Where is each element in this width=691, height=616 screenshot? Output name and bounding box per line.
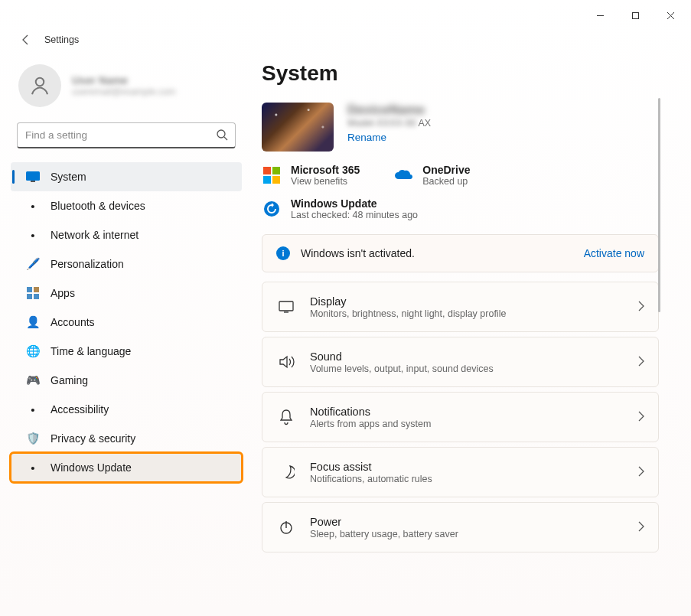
- sidebar-item-privacy[interactable]: 🛡️Privacy & security: [11, 424, 242, 453]
- privacy-icon: 🛡️: [26, 432, 40, 445]
- onedrive-icon: [393, 165, 413, 185]
- info-icon: i: [276, 246, 290, 260]
- minimize-button[interactable]: [582, 3, 618, 28]
- svg-rect-8: [31, 181, 35, 182]
- focus-icon: [276, 464, 296, 481]
- chevron-right-icon: [638, 301, 644, 314]
- gaming-icon: 🎮: [26, 373, 40, 387]
- display-icon: [276, 300, 296, 314]
- device-thumbnail: [262, 103, 334, 152]
- svg-point-4: [36, 78, 44, 86]
- card-title: Focus assist: [310, 461, 624, 473]
- system-icon: [26, 170, 40, 184]
- service-sub: Last checked: 48 minutes ago: [291, 210, 418, 220]
- service-title: OneDrive: [422, 164, 470, 176]
- card-title: Notifications: [310, 406, 624, 418]
- sidebar-item-personalization[interactable]: 🖊️Personalization: [11, 249, 242, 279]
- scrollbar[interactable]: [658, 98, 660, 312]
- maximize-button[interactable]: [618, 3, 653, 28]
- sidebar-item-label: Personalization: [51, 258, 124, 270]
- svg-rect-7: [26, 171, 40, 181]
- service-sub: View benefits: [291, 176, 360, 187]
- sidebar-item-label: Network & internet: [51, 229, 139, 241]
- card-title: Display: [310, 295, 624, 308]
- close-button[interactable]: [653, 3, 688, 28]
- activation-banner: i Windows isn't activated. Activate now: [262, 234, 659, 272]
- update-icon: [262, 199, 282, 219]
- sidebar-item-label: Gaming: [51, 374, 88, 386]
- service-windows-update[interactable]: Windows UpdateLast checked: 48 minutes a…: [262, 197, 659, 220]
- card-subtitle: Volume levels, output, input, sound devi…: [310, 363, 624, 374]
- card-subtitle: Alerts from apps and system: [310, 419, 624, 429]
- rename-link[interactable]: Rename: [347, 132, 386, 143]
- service-title: Windows Update: [291, 197, 418, 210]
- activate-now-link[interactable]: Activate now: [584, 247, 644, 259]
- service-sub: Backed up: [422, 176, 470, 187]
- sidebar-item-system[interactable]: System: [11, 162, 242, 191]
- accessibility-icon: •: [26, 403, 40, 416]
- card-title: Power: [310, 516, 624, 528]
- svg-rect-10: [34, 287, 39, 292]
- card-sound[interactable]: Sound Volume levels, output, input, soun…: [262, 337, 659, 387]
- microsoft365-icon: [262, 165, 282, 185]
- accounts-icon: 👤: [26, 315, 40, 329]
- sidebar-item-label: Windows Update: [51, 461, 132, 474]
- svg-line-6: [224, 137, 227, 140]
- chevron-right-icon: [638, 411, 644, 424]
- sidebar-item-apps[interactable]: Apps: [11, 279, 242, 308]
- sidebar-item-time[interactable]: 🌐Time & language: [11, 337, 242, 366]
- sidebar-item-update[interactable]: •Windows Update: [11, 453, 242, 482]
- personalization-icon: 🖊️: [26, 257, 40, 271]
- card-subtitle: Sleep, battery usage, battery saver: [310, 529, 624, 539]
- service-onedrive[interactable]: OneDriveBacked up: [393, 164, 470, 187]
- profile-block[interactable]: User Name useremail@example.com: [11, 54, 242, 122]
- svg-rect-1: [632, 12, 638, 18]
- app-title: Settings: [44, 34, 79, 45]
- sidebar-item-label: Bluetooth & devices: [51, 200, 145, 212]
- svg-point-5: [217, 130, 225, 138]
- device-model: Model-XXXX-00 AX: [347, 118, 431, 129]
- svg-rect-9: [27, 287, 32, 292]
- sound-icon: [276, 354, 296, 370]
- card-display[interactable]: Display Monitors, brightness, night ligh…: [262, 282, 659, 332]
- chevron-right-icon: [638, 356, 644, 369]
- sidebar-item-gaming[interactable]: 🎮Gaming: [11, 366, 242, 395]
- sidebar-item-label: Time & language: [51, 345, 131, 357]
- card-focus[interactable]: Focus assist Notifications, automatic ru…: [262, 447, 659, 497]
- sidebar-item-label: Accessibility: [51, 403, 109, 416]
- back-button[interactable]: [14, 28, 38, 52]
- network-icon: •: [26, 228, 40, 242]
- time-icon: 🌐: [26, 344, 40, 358]
- notifications-icon: [276, 409, 296, 425]
- search-input[interactable]: [17, 122, 236, 148]
- service-microsoft365[interactable]: Microsoft 365View benefits: [262, 164, 360, 187]
- svg-rect-14: [279, 301, 293, 311]
- card-title: Sound: [310, 350, 624, 363]
- sidebar-item-bluetooth[interactable]: •Bluetooth & devices: [11, 191, 242, 220]
- sidebar-item-label: Privacy & security: [51, 432, 135, 445]
- card-power[interactable]: Power Sleep, battery usage, battery save…: [262, 502, 659, 552]
- card-subtitle: Monitors, brightness, night light, displ…: [310, 308, 624, 319]
- sidebar-item-label: Apps: [51, 287, 75, 299]
- sidebar-item-accounts[interactable]: 👤Accounts: [11, 308, 242, 337]
- banner-text: Windows isn't activated.: [301, 247, 573, 259]
- card-subtitle: Notifications, automatic rules: [310, 474, 624, 484]
- chevron-right-icon: [638, 466, 644, 479]
- service-title: Microsoft 365: [291, 164, 360, 176]
- search-icon: [216, 129, 228, 143]
- sidebar-item-accessibility[interactable]: •Accessibility: [11, 395, 242, 424]
- sidebar-item-network[interactable]: •Network & internet: [11, 220, 242, 249]
- update-icon: •: [26, 461, 40, 474]
- avatar: [18, 64, 61, 107]
- page-title: System: [262, 61, 659, 86]
- device-name: DeviceName: [347, 103, 431, 118]
- chevron-right-icon: [638, 521, 644, 534]
- profile-email: useremail@example.com: [72, 86, 176, 97]
- bluetooth-icon: •: [26, 199, 40, 213]
- sidebar-item-label: Accounts: [51, 316, 95, 328]
- card-notifications[interactable]: Notifications Alerts from apps and syste…: [262, 392, 659, 442]
- power-icon: [276, 519, 296, 536]
- sidebar-item-label: System: [51, 171, 86, 183]
- profile-name: User Name: [72, 74, 176, 86]
- apps-icon: [26, 286, 40, 300]
